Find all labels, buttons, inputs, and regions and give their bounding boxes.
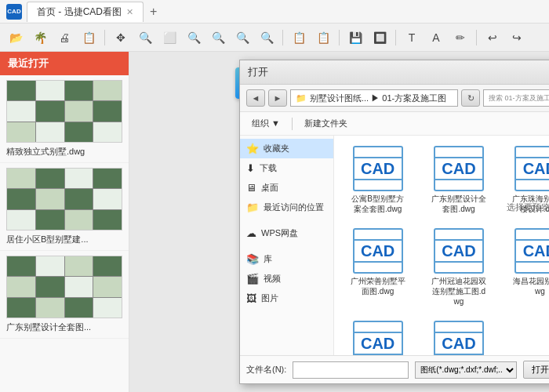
downloads-label: 下载 [260, 162, 277, 174]
cad-label-4: CAD [442, 242, 475, 260]
main-area: 最近打开 精致独立式别墅.dwg 居住小区B型别墅建... [0, 52, 549, 392]
filename-label: 文件名(N): [246, 364, 286, 376]
toolbar-undo[interactable]: ↩ [482, 27, 504, 49]
tab-close-icon[interactable]: ✕ [126, 7, 133, 17]
cad-line-bottom-1 [435, 179, 482, 180]
downloads-icon: ⬇ [246, 162, 255, 174]
cad-line-bottom-3 [354, 261, 402, 263]
cad-line-top-5 [516, 239, 549, 241]
toolbar-draw[interactable]: ✏ [449, 27, 471, 49]
toolbar-print[interactable]: 🖨 [53, 27, 75, 49]
desktop-label: 桌面 [261, 182, 278, 194]
cad-thumb-0: CAD [353, 146, 403, 191]
desktop-icon: 🖥 [246, 182, 256, 194]
cad-line-top-1 [435, 157, 482, 158]
cad-line-top-2 [516, 157, 549, 158]
file-name-4: 广州冠迪花园双连别墅施工图.dwg [431, 276, 487, 307]
cad-thumb-4: CAD [434, 228, 484, 274]
toolbar-sep [292, 118, 293, 130]
cad-label-7: CAD [442, 335, 475, 353]
sidebar-pictures[interactable]: 🖼 图片 [240, 289, 333, 308]
pictures-label: 图片 [261, 292, 278, 304]
toolbar-zoom4[interactable]: 🔍 [231, 27, 253, 49]
dialog-sidebar: ⭐ 收藏夹 ⬇ 下载 🖥 桌面 📁 最近访问的位置 [240, 136, 334, 355]
organize-button[interactable]: 组织 ▼ [246, 115, 285, 132]
sidebar-video[interactable]: 🎬 视频 [240, 269, 333, 289]
toolbar-zoom5[interactable]: 🔍 [256, 27, 278, 49]
toolbar-copy[interactable]: 📋 [78, 27, 100, 49]
dialog-title: 打开 [248, 65, 268, 79]
sidebar-desktop[interactable]: 🖥 桌面 [240, 178, 333, 198]
dialog-footer: 文件名(N): 图纸(*.dwg;*.dxf;*.dwf;... 打开(O) 取… [240, 355, 549, 383]
favorites-icon: ⭐ [246, 143, 259, 154]
sidebar-favorites[interactable]: ⭐ 收藏夹 [240, 139, 333, 158]
cad-label-0: CAD [361, 160, 394, 178]
toolbar-pan[interactable]: ✥ [110, 27, 132, 49]
cad-thumb-5: CAD [514, 228, 549, 274]
sidebar-wps[interactable]: ☁ WPS网盘 [240, 223, 333, 243]
toolbar-text[interactable]: T [401, 27, 423, 49]
file-name-1: 广东别墅设计全套图.dwg [431, 194, 487, 214]
dialog-body: ⭐ 收藏夹 ⬇ 下载 🖥 桌面 📁 最近访问的位置 [240, 136, 549, 355]
tab-list: 首页 - 迅捷CAD看图 ✕ + [27, 2, 163, 22]
toolbar-tree[interactable]: 🌴 [29, 27, 51, 49]
content-area: 📂 打开图纸 文件夹和分类 打开 ✕ ◄ ► 📁 别墅设计图纸... ▶ 01 [129, 52, 549, 392]
sidebar-item-2[interactable]: 居住小区B型别墅建... [0, 163, 129, 251]
wps-icon: ☁ [246, 227, 256, 239]
nav-refresh-button[interactable]: ↻ [461, 89, 480, 107]
cad-line-top-4 [435, 239, 482, 241]
file-name-5: 海昌花园别墅.dwg [511, 276, 549, 296]
file-item-7[interactable]: CAD [421, 317, 496, 355]
sidebar-downloads[interactable]: ⬇ 下载 [240, 158, 333, 178]
toolbar-zoom3[interactable]: 🔍 [207, 27, 229, 49]
toolbar-redo[interactable]: ↪ [506, 27, 528, 49]
toolbar-anno[interactable]: A [425, 27, 447, 49]
new-tab-button[interactable]: + [144, 2, 163, 22]
cad-line-bottom-5 [516, 261, 549, 263]
cad-thumb-7: CAD [434, 321, 484, 355]
breadcrumb-bar[interactable]: 📁 别墅设计图纸... ▶ 01-方案及施工图 [290, 89, 458, 107]
toolbar-rect[interactable]: 🔲 [369, 27, 391, 49]
titlebar: CAD 首页 - 迅捷CAD看图 ✕ + [0, 0, 549, 24]
cad-line-bottom-0 [354, 179, 402, 180]
toolbar-dim[interactable]: 💾 [344, 27, 366, 49]
file-item-1[interactable]: CAD 广东别墅设计全套图.dwg [421, 142, 496, 218]
file-item-5[interactable]: CAD 海昌花园别墅.dwg [503, 224, 549, 310]
wps-label: WPS网盘 [261, 227, 298, 239]
cad-line-bottom-2 [516, 179, 549, 180]
toolbar-select[interactable]: ⬜ [158, 27, 180, 49]
cad-label-2: CAD [523, 160, 549, 178]
toolbar-separator-3 [339, 30, 340, 45]
recent-icon: 📁 [246, 201, 259, 213]
app-logo: CAD [6, 4, 22, 20]
breadcrumb-text: 别墅设计图纸... ▶ 01-方案及施工图 [310, 93, 446, 104]
breadcrumb-icon: 📁 [296, 93, 307, 103]
cad-label-5: CAD [523, 242, 549, 260]
toolbar-open[interactable]: 📂 [5, 27, 27, 49]
file-item-3[interactable]: CAD 广州荣善别墅平面图.dwg [340, 224, 415, 310]
nav-back-button[interactable]: ◄ [246, 89, 265, 107]
new-folder-button[interactable]: 新建文件夹 [299, 115, 353, 132]
sidebar-item-1[interactable]: 精致独立式别墅.dwg [0, 75, 129, 163]
sidebar-item-3[interactable]: 广东别墅设计全套图... [0, 251, 129, 339]
sidebar-library[interactable]: 📚 库 [240, 249, 333, 269]
filetype-select[interactable]: 图纸(*.dwg;*.dxf;*.dwf;... [415, 361, 517, 379]
search-bar[interactable]: 搜索 01-方案及施工图... [483, 89, 549, 107]
toolbar-zoom2[interactable]: 🔍 [183, 27, 205, 49]
sidebar-thumb-3 [6, 256, 122, 318]
toolbar-layer[interactable]: 📋 [288, 27, 310, 49]
toolbar-separator-2 [282, 30, 283, 45]
filename-input[interactable] [293, 361, 409, 379]
open-file-button[interactable]: 打开(O) [523, 361, 549, 379]
sidebar-header: 最近打开 [0, 52, 129, 75]
file-item-0[interactable]: CAD 公寓B型别墅方案全套图.dwg [340, 142, 415, 218]
library-label: 库 [264, 253, 272, 265]
tab-home[interactable]: 首页 - 迅捷CAD看图 ✕ [27, 2, 144, 22]
toolbar-zoomin[interactable]: 🔍 [134, 27, 156, 49]
sidebar-recent[interactable]: 📁 最近访问的位置 [240, 198, 333, 217]
toolbar-layer2[interactable]: 📋 [312, 27, 334, 49]
nav-forward-button[interactable]: ► [268, 89, 287, 107]
file-item-6[interactable]: CAD [340, 317, 415, 355]
cad-label-6: CAD [361, 335, 394, 353]
file-item-4[interactable]: CAD 广州冠迪花园双连别墅施工图.dwg [421, 224, 496, 310]
